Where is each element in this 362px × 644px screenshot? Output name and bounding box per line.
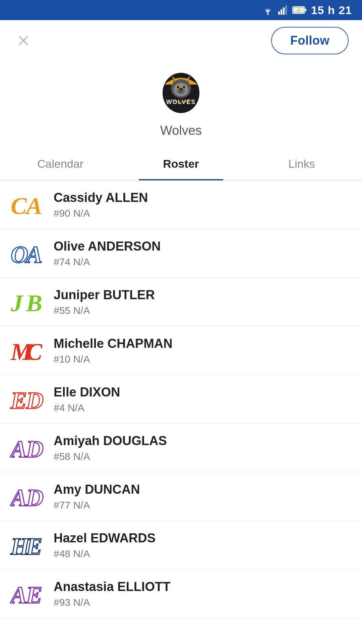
svg-text:O: O — [11, 241, 28, 268]
player-name: Juniper BUTLER — [54, 287, 155, 303]
player-info: Anastasia ELLIOTT #93 N/A — [54, 579, 170, 608]
player-info: Michelle CHAPMAN #10 N/A — [54, 336, 173, 365]
svg-text:D: D — [26, 387, 44, 414]
svg-point-20 — [177, 86, 179, 89]
svg-rect-6 — [305, 9, 306, 11]
player-info: Amiyah DOUGLAS #58 N/A — [54, 433, 167, 462]
tab-calendar[interactable]: Calendar — [0, 148, 121, 180]
close-button[interactable] — [13, 31, 34, 51]
player-name: Amy DUNCAN — [54, 482, 140, 497]
team-name: Wolves — [160, 123, 202, 138]
svg-text:E: E — [26, 582, 42, 608]
player-info: Amy DUNCAN #77 N/A — [54, 482, 140, 511]
player-avatar: A D — [10, 431, 44, 465]
player-row[interactable]: M C Michelle CHAPMAN #10 N/A — [0, 326, 362, 375]
team-header: WOLVES Wolves — [0, 61, 362, 148]
player-number: #55 N/A — [54, 305, 155, 316]
svg-rect-4 — [285, 5, 287, 15]
player-number: #4 N/A — [54, 402, 120, 414]
svg-point-23 — [179, 88, 183, 91]
status-icons: ⚡ 15 h 21 — [261, 4, 352, 17]
player-row[interactable]: A E Anastasia ELLIOTT #93 N/A — [0, 570, 362, 618]
tabs: Calendar Roster Links — [0, 148, 362, 180]
player-name: Olive ANDERSON — [54, 239, 161, 254]
player-number: #48 N/A — [54, 548, 156, 559]
player-name: Hazel EDWARDS — [54, 531, 156, 546]
player-avatar: E D — [10, 382, 44, 416]
svg-text:E: E — [26, 533, 42, 560]
player-row[interactable]: O A Olive ANDERSON #74 N/A — [0, 229, 362, 278]
battery-icon: ⚡ — [292, 5, 307, 15]
player-number: #90 N/A — [54, 208, 148, 219]
svg-text:C: C — [26, 338, 43, 365]
svg-text:D: D — [26, 436, 44, 463]
top-nav: Follow — [0, 20, 362, 61]
svg-text:A: A — [10, 582, 27, 608]
player-number: #58 N/A — [54, 451, 167, 462]
svg-text:A: A — [25, 193, 42, 219]
player-row[interactable]: E D Elle DIXON #4 N/A — [0, 375, 362, 424]
player-info: Hazel EDWARDS #48 N/A — [54, 531, 156, 559]
player-avatar: A D — [10, 480, 44, 513]
svg-text:A: A — [25, 241, 42, 268]
svg-text:A: A — [10, 436, 27, 463]
svg-text:D: D — [26, 484, 44, 511]
svg-rect-2 — [281, 9, 282, 15]
follow-button[interactable]: Follow — [271, 27, 349, 54]
player-avatar: A E — [10, 577, 44, 610]
svg-point-0 — [267, 13, 268, 15]
svg-text:B: B — [26, 290, 42, 317]
player-avatar: H E — [10, 528, 44, 562]
player-avatar: O A — [10, 236, 44, 270]
player-list: C A Cassidy ALLEN #90 N/A O A Olive ANDE… — [0, 180, 362, 618]
svg-text:A: A — [10, 484, 27, 511]
player-info: Olive ANDERSON #74 N/A — [54, 239, 161, 268]
player-row[interactable]: C A Cassidy ALLEN #90 N/A — [0, 180, 362, 229]
player-avatar: M C — [10, 334, 44, 367]
player-name: Amiyah DOUGLAS — [54, 433, 167, 449]
player-number: #77 N/A — [54, 499, 140, 511]
svg-text:⚡: ⚡ — [296, 8, 302, 13]
player-avatar: J B — [10, 285, 44, 319]
status-bar: ⚡ 15 h 21 — [0, 0, 362, 20]
player-info: Juniper BUTLER #55 N/A — [54, 287, 155, 316]
player-name: Cassidy ALLEN — [54, 190, 148, 206]
svg-text:J: J — [10, 290, 23, 317]
svg-text:E: E — [10, 387, 27, 414]
svg-rect-3 — [283, 7, 285, 15]
player-info: Cassidy ALLEN #90 N/A — [54, 190, 148, 219]
player-row[interactable]: H E Hazel EDWARDS #48 N/A — [0, 521, 362, 570]
player-number: #10 N/A — [54, 354, 173, 365]
player-number: #74 N/A — [54, 256, 161, 268]
player-row[interactable]: J B Juniper BUTLER #55 N/A — [0, 278, 362, 326]
svg-point-21 — [183, 86, 185, 89]
team-logo: WOLVES — [154, 64, 208, 118]
tab-links[interactable]: Links — [241, 148, 362, 180]
wifi-icon — [261, 5, 274, 15]
player-name: Michelle CHAPMAN — [54, 336, 173, 352]
player-row[interactable]: A D Amy DUNCAN #77 N/A — [0, 472, 362, 521]
player-row[interactable]: A D Amiyah DOUGLAS #58 N/A — [0, 424, 362, 472]
player-name: Anastasia ELLIOTT — [54, 579, 170, 595]
player-number: #93 N/A — [54, 597, 170, 608]
player-avatar: C A — [10, 188, 44, 221]
svg-text:C: C — [11, 193, 27, 219]
tab-roster[interactable]: Roster — [121, 148, 241, 180]
player-name: Elle DIXON — [54, 385, 120, 400]
player-info: Elle DIXON #4 N/A — [54, 385, 120, 414]
svg-rect-1 — [278, 11, 280, 15]
signal-icon — [278, 5, 288, 15]
status-time: 15 h 21 — [311, 4, 352, 17]
